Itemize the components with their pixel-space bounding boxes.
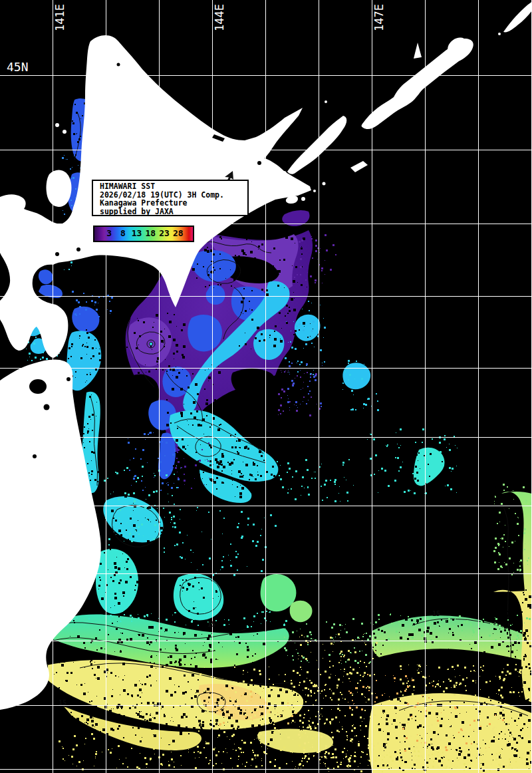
- colorbar-tick: 13: [132, 228, 142, 238]
- land-islet: [325, 100, 327, 103]
- lon-label: 144E: [213, 4, 226, 31]
- mutsu-bay: [29, 379, 47, 394]
- land-islet: [63, 130, 66, 134]
- colorbar-tick: 28: [173, 228, 184, 238]
- colorbar-tick: 3: [106, 228, 112, 238]
- lake: [66, 377, 70, 381]
- land-islet: [323, 182, 326, 186]
- land-islet: [301, 197, 305, 201]
- lake: [44, 404, 50, 410]
- lon-label: 141E: [53, 4, 66, 31]
- land-kunashiri: [287, 116, 346, 174]
- contour-label: 15: [59, 699, 66, 706]
- land-urup: [503, 1, 532, 32]
- contour-label: 15: [207, 621, 215, 628]
- info-line-org: Kanagawa Prefecture: [100, 199, 247, 208]
- lake: [76, 247, 80, 251]
- info-line-product: HIMAWARI SST: [100, 182, 247, 191]
- contour-label: 15: [432, 610, 440, 617]
- sst-map-page: 141E144E147E45N 151515 HIMAWARI SST 2026…: [0, 0, 532, 773]
- colorbar-tick: 18: [146, 228, 156, 238]
- land-islet: [313, 190, 316, 192]
- lat-label: 45N: [7, 60, 29, 74]
- sst-map: 141E144E147E45N 151515: [0, 0, 532, 773]
- info-box: HIMAWARI SST 2026/02/18 19(UTC) 3H Comp.…: [92, 180, 249, 216]
- colorbar-tick: 23: [159, 228, 170, 238]
- land-islet: [281, 171, 287, 176]
- lake: [55, 252, 59, 256]
- lake: [117, 63, 120, 67]
- lake: [257, 161, 261, 165]
- land-islet: [55, 123, 59, 127]
- land-iturup-spike: [414, 43, 422, 59]
- lake: [33, 454, 37, 458]
- info-line-credit: supplied by JAXA: [100, 208, 247, 216]
- colorbar-tick: 8: [120, 228, 126, 238]
- land-islet: [498, 33, 501, 35]
- land-island-oval: [47, 170, 72, 207]
- lon-label: 147E: [372, 4, 386, 31]
- land-shikotan: [350, 161, 368, 172]
- temperature-colorbar: 3813182328: [93, 226, 194, 242]
- grid-labels: 141E144E147E45N: [7, 4, 386, 74]
